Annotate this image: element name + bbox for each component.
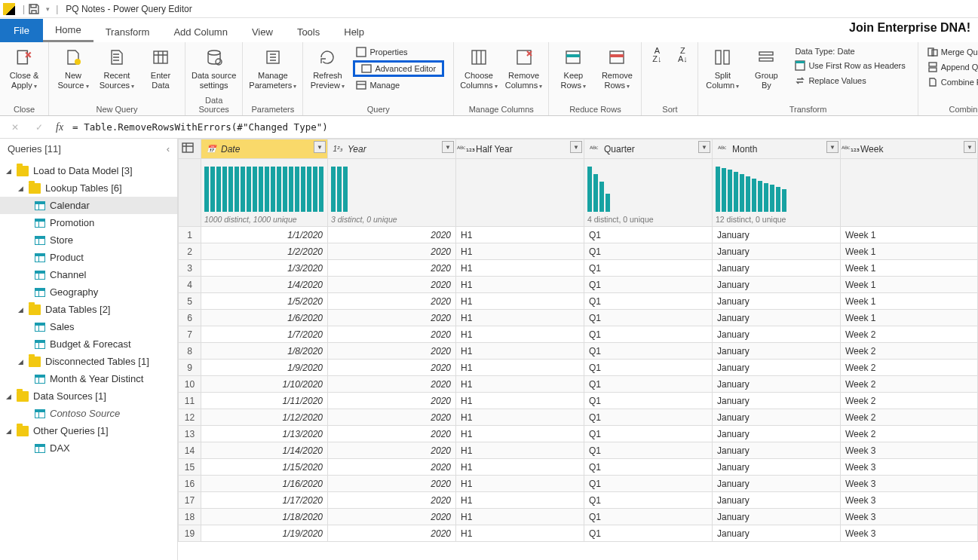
row-number[interactable]: 2: [179, 243, 201, 260]
cell-month[interactable]: January: [713, 310, 841, 326]
collapse-sidebar-icon[interactable]: ‹: [167, 143, 170, 155]
cell-year[interactable]: 2020: [328, 509, 456, 525]
type-icon[interactable]: ᴬᴮᶜ: [716, 143, 729, 155]
row-number[interactable]: 4: [179, 277, 201, 293]
cell-quarter[interactable]: Q1: [584, 343, 713, 360]
remove-columns-button[interactable]: Remove Columns: [505, 45, 543, 90]
cell-week[interactable]: Week 1: [841, 310, 978, 326]
menu-help[interactable]: Help: [332, 22, 376, 42]
table-row[interactable]: 11/1/20202020H1Q1JanuaryWeek 1: [179, 227, 978, 243]
expand-icon[interactable]: ◢: [6, 393, 14, 400]
cell-week[interactable]: Week 2: [841, 360, 978, 376]
cell-date[interactable]: 1/7/2020: [201, 326, 328, 343]
column-header-quarter[interactable]: ᴬᴮᶜQuarter▼: [584, 139, 713, 159]
table-row[interactable]: 61/6/20202020H1Q1JanuaryWeek 1: [179, 310, 978, 326]
expand-icon[interactable]: ◢: [6, 167, 14, 175]
keep-rows-button[interactable]: Keep Rows: [555, 45, 591, 90]
folder-lookup-tables-6-[interactable]: ◢Lookup Tables [6]: [0, 179, 177, 197]
folder-other-queries-1-[interactable]: ◢Other Queries [1]: [0, 422, 177, 439]
cell-week[interactable]: Week 1: [841, 227, 978, 243]
column-header-half-year[interactable]: ᴬᴮᶜ₁₂₃Half Year▼: [456, 139, 584, 159]
cell-date[interactable]: 1/16/2020: [201, 476, 328, 492]
cell-week[interactable]: Week 1: [841, 243, 978, 260]
row-number[interactable]: 18: [179, 509, 201, 525]
select-all-cell[interactable]: [179, 139, 201, 159]
folder-disconnected-tables-1-[interactable]: ◢Disconnected Tables [1]: [0, 353, 177, 370]
cell-quarter[interactable]: Q1: [584, 476, 713, 492]
cell-year[interactable]: 2020: [328, 277, 456, 293]
query-store[interactable]: Store: [0, 231, 177, 249]
row-number[interactable]: 1: [179, 227, 201, 243]
cell-half[interactable]: H1: [456, 310, 584, 326]
filter-icon[interactable]: ▼: [570, 141, 582, 153]
cell-half[interactable]: H1: [456, 277, 584, 293]
cell-month[interactable]: January: [713, 293, 841, 310]
query-channel[interactable]: Channel: [0, 266, 177, 283]
cell-year[interactable]: 2020: [328, 409, 456, 426]
cell-quarter[interactable]: Q1: [584, 492, 713, 509]
cell-date[interactable]: 1/3/2020: [201, 260, 328, 277]
cell-month[interactable]: January: [713, 360, 841, 376]
row-number[interactable]: 8: [179, 343, 201, 360]
folder-data-tables-2-[interactable]: ◢Data Tables [2]: [0, 301, 177, 318]
expand-icon[interactable]: ◢: [6, 427, 14, 435]
cell-half[interactable]: H1: [456, 260, 584, 277]
cell-year[interactable]: 2020: [328, 260, 456, 277]
type-icon[interactable]: ᴬᴮᶜ: [587, 143, 601, 155]
query-calendar[interactable]: Calendar: [0, 197, 177, 214]
cell-quarter[interactable]: Q1: [584, 243, 713, 260]
cell-month[interactable]: January: [713, 509, 841, 525]
column-header-date[interactable]: 📅Date▼: [201, 139, 328, 159]
cell-year[interactable]: 2020: [328, 525, 456, 542]
cell-half[interactable]: H1: [456, 442, 584, 459]
row-number[interactable]: 7: [179, 326, 201, 343]
table-row[interactable]: 141/14/20202020H1Q1JanuaryWeek 3: [179, 442, 978, 459]
remove-rows-button[interactable]: Remove Rows: [599, 45, 635, 90]
cell-date[interactable]: 1/13/2020: [201, 426, 328, 442]
cell-date[interactable]: 1/6/2020: [201, 310, 328, 326]
data-grid[interactable]: 📅Date▼1²₃Year▼ᴬᴮᶜ₁₂₃Half Year▼ᴬᴮᶜQuarter…: [178, 139, 978, 560]
cell-half[interactable]: H1: [456, 376, 584, 393]
table-row[interactable]: 111/11/20202020H1Q1JanuaryWeek 2: [179, 393, 978, 409]
cell-quarter[interactable]: Q1: [584, 409, 713, 426]
recent-sources-button[interactable]: Recent Sources: [99, 45, 135, 90]
cell-year[interactable]: 2020: [328, 393, 456, 409]
refresh-preview-button[interactable]: Refresh Preview: [309, 45, 345, 90]
enter-data-button[interactable]: Enter Data: [143, 45, 179, 90]
cell-date[interactable]: 1/17/2020: [201, 492, 328, 509]
manage-query-button[interactable]: Manage: [353, 78, 444, 92]
save-icon[interactable]: [28, 3, 40, 15]
cell-week[interactable]: Week 3: [841, 492, 978, 509]
type-icon[interactable]: 📅: [204, 143, 218, 155]
cell-quarter[interactable]: Q1: [584, 260, 713, 277]
query-geography[interactable]: Geography: [0, 283, 177, 301]
cell-month[interactable]: January: [713, 525, 841, 542]
cell-half[interactable]: H1: [456, 525, 584, 542]
cell-week[interactable]: Week 1: [841, 260, 978, 277]
cell-date[interactable]: 1/1/2020: [201, 227, 328, 243]
cell-half[interactable]: H1: [456, 492, 584, 509]
choose-columns-button[interactable]: Choose Columns: [460, 45, 498, 90]
cell-week[interactable]: Week 2: [841, 409, 978, 426]
cell-week[interactable]: Week 3: [841, 442, 978, 459]
combine-files-button[interactable]: Combine Files: [924, 75, 978, 89]
cell-week[interactable]: Week 2: [841, 393, 978, 409]
query-product[interactable]: Product: [0, 249, 177, 266]
table-row[interactable]: 121/12/20202020H1Q1JanuaryWeek 2: [179, 409, 978, 426]
table-row[interactable]: 151/15/20202020H1Q1JanuaryWeek 3: [179, 459, 978, 476]
row-number[interactable]: 19: [179, 525, 201, 542]
cell-half[interactable]: H1: [456, 459, 584, 476]
sort-desc-button[interactable]: ZA↓: [673, 45, 691, 63]
cell-half[interactable]: H1: [456, 243, 584, 260]
cell-month[interactable]: January: [713, 476, 841, 492]
cell-half[interactable]: H1: [456, 360, 584, 376]
folder-load-to-data-model-3-[interactable]: ◢Load to Data Model [3]: [0, 162, 177, 179]
cell-year[interactable]: 2020: [328, 376, 456, 393]
table-row[interactable]: 101/10/20202020H1Q1JanuaryWeek 2: [179, 376, 978, 393]
cell-quarter[interactable]: Q1: [584, 442, 713, 459]
cell-month[interactable]: January: [713, 459, 841, 476]
menu-file[interactable]: File: [0, 19, 43, 42]
cell-month[interactable]: January: [713, 409, 841, 426]
filter-icon[interactable]: ▼: [698, 141, 710, 153]
cell-quarter[interactable]: Q1: [584, 376, 713, 393]
